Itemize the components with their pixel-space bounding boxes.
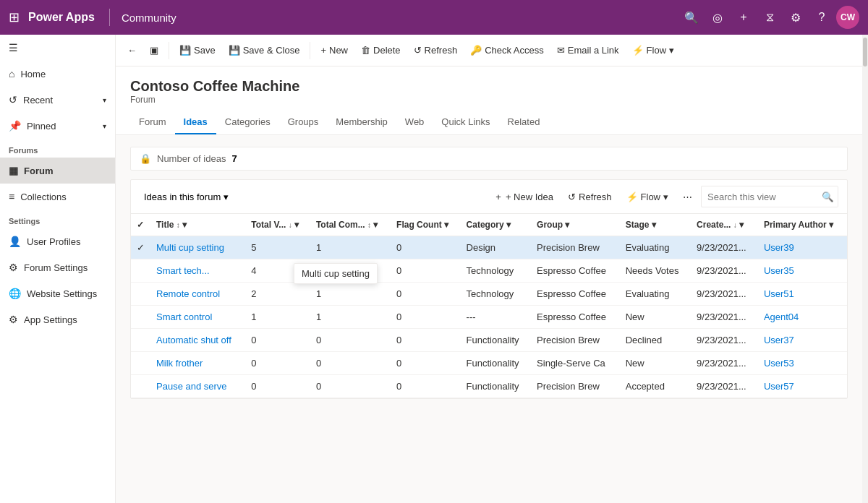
tab-forum[interactable]: Forum [130,111,175,134]
row-title[interactable]: Remote control [150,283,245,306]
title-link[interactable]: Smart control [156,311,212,322]
th-category[interactable]: Category ▾ [461,214,532,236]
th-total-comments[interactable]: Total Com... ↕ ▾ [310,214,391,236]
row-title[interactable]: Pause and serve [150,375,245,398]
tab-membership[interactable]: Membership [327,111,396,134]
row-title[interactable]: Smart control [150,306,245,329]
sidebar-item-user-profiles[interactable]: 👤 User Profiles [0,228,115,254]
plus-icon[interactable]: + [732,6,755,29]
ideas-flow-button[interactable]: ⚡ Flow ▾ [621,188,674,206]
sidebar-item-forum-settings[interactable]: ⚙ Forum Settings [0,254,115,280]
check-access-button[interactable]: 🔑 Check Access [464,40,550,60]
table-row[interactable]: Pause and serve000FunctionalityPrecision… [131,375,847,398]
tab-quicklinks[interactable]: Quick Links [433,111,498,134]
row-check[interactable] [131,375,150,398]
title-link[interactable]: Smart tech... [156,265,210,276]
tab-related[interactable]: Related [499,111,549,134]
table-row[interactable]: Smart control110---Espresso CoffeeNew9/2… [131,306,847,329]
th-title[interactable]: Title ↕ ▾ [150,214,245,236]
row-author: Agent04 [758,306,847,329]
new-button[interactable]: + New [315,40,354,60]
scrollbar-thumb[interactable] [863,38,867,66]
title-link[interactable]: Remote control [156,288,220,299]
delete-button[interactable]: 🗑 Delete [355,40,407,60]
forums-section-label: Forums [0,139,115,158]
row-title[interactable]: Milk frother [150,352,245,375]
sidebar-item-collections[interactable]: ≡ Collections [0,184,115,210]
row-title[interactable]: Automatic shut off [150,329,245,352]
th-total-votes[interactable]: Total V... ↓ ▾ [245,214,310,236]
flow-button[interactable]: ⚡ Flow ▾ [626,40,680,60]
sidebar-menu-icon[interactable]: ☰ [0,35,115,61]
row-check[interactable]: ✓ [131,236,150,259]
right-scrollbar[interactable] [862,35,868,503]
row-check[interactable] [131,259,150,283]
row-check[interactable] [131,306,150,329]
row-check[interactable] [131,283,150,306]
author-link[interactable]: User37 [764,335,794,345]
back-button[interactable]: ← [122,40,142,60]
page-subtitle: Forum [130,95,848,105]
ideas-title-dropdown[interactable]: Ideas in this forum ▾ [140,189,233,205]
search-input[interactable] [702,189,817,205]
author-link[interactable]: User35 [764,265,794,276]
avatar[interactable]: CW [836,6,859,29]
tab-web[interactable]: Web [396,111,433,134]
ideas-refresh-button[interactable]: ↺ Refresh [562,188,618,206]
filter-icon[interactable]: ⧖ [758,6,781,29]
new-idea-button[interactable]: + + New Idea [490,188,559,206]
th-check[interactable]: ✓ [131,214,150,236]
table-row[interactable]: Milk frother000FunctionalitySingle-Serve… [131,352,847,375]
th-primary-author[interactable]: Primary Author ▾ [758,214,847,236]
th-stage[interactable]: Stage ▾ [620,214,691,236]
row-check[interactable] [131,329,150,352]
row-check[interactable] [131,352,150,375]
sidebar-item-app-settings[interactable]: ⚙ App Settings [0,306,115,332]
search-icon[interactable]: 🔍 [680,6,703,29]
help-icon[interactable]: ? [810,6,833,29]
record-button[interactable]: ▣ [144,40,164,60]
save-button[interactable]: 💾 Save [174,40,221,60]
table-row[interactable]: Automatic shut off000FunctionalityPrecis… [131,329,847,352]
title-link[interactable]: Automatic shut off [156,335,231,345]
user-profiles-icon: 👤 [9,236,21,247]
tab-ideas[interactable]: Ideas [175,111,216,134]
row-total-votes: 1 [245,306,310,329]
th-flag-count[interactable]: Flag Count ▾ [391,214,460,236]
title-link[interactable]: Pause and serve [156,381,227,392]
save-close-button[interactable]: 💾 Save & Close [223,40,306,60]
sidebar-item-home[interactable]: ⌂ Home [0,61,115,87]
author-link[interactable]: User39 [764,242,794,253]
settings-icon[interactable]: ⚙ [784,6,807,29]
author-link[interactable]: User51 [764,288,794,299]
author-link[interactable]: User53 [764,358,794,369]
author-link[interactable]: Agent04 [764,311,799,322]
ideas-more-button[interactable]: ⋯ [677,188,698,206]
circle-icon[interactable]: ◎ [706,6,729,29]
author-link[interactable]: User57 [764,381,794,392]
sidebar-item-recent[interactable]: ↺ Recent ▾ [0,87,115,113]
table-row[interactable]: ✓Multi cup setting510DesignPrecision Bre… [131,236,847,259]
sidebar-item-forum[interactable]: ▦ Forum [0,158,115,184]
email-link-button[interactable]: ✉ Email a Link [551,40,625,60]
community-label[interactable]: Community [122,12,176,24]
row-category: Functionality [461,329,532,352]
search-button[interactable]: 🔍 [817,186,838,207]
th-created[interactable]: Create... ↓ ▾ [691,214,758,236]
th-group[interactable]: Group ▾ [531,214,620,236]
row-title[interactable]: Smart tech... [150,259,245,283]
tabs-container: Forum Ideas Categories Groups Membership… [130,111,848,134]
tab-groups[interactable]: Groups [279,111,328,134]
title-link[interactable]: Multi cup setting [156,242,224,253]
tab-categories[interactable]: Categories [216,111,279,134]
row-title[interactable]: Multi cup setting [150,236,245,259]
table-row[interactable]: Smart tech...420TechnologyEspresso Coffe… [131,259,847,283]
table-row[interactable]: Remote control210TechnologyEspresso Coff… [131,283,847,306]
sidebar-item-pinned[interactable]: 📌 Pinned ▾ [0,113,115,139]
grid-icon[interactable]: ⊞ [9,9,20,25]
row-group: Espresso Coffee [531,259,620,283]
refresh-button[interactable]: ↺ Refresh [408,40,464,60]
command-bar: ← ▣ 💾 Save 💾 Save & Close + New 🗑 Delete [116,35,862,66]
sidebar-item-website-settings[interactable]: 🌐 Website Settings [0,280,115,306]
title-link[interactable]: Milk frother [156,358,203,369]
